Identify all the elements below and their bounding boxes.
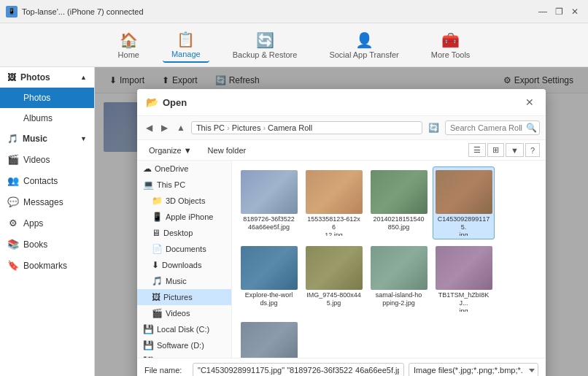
- toolbar-manage-label: Manage: [171, 50, 201, 58]
- tree-item-thispc[interactable]: 💻 This PC: [137, 177, 231, 193]
- tree-item-apple-iphone[interactable]: 📱 Apple iPhone: [137, 209, 231, 225]
- sidebar-item-photos[interactable]: Photos: [0, 88, 94, 108]
- breadcrumb[interactable]: This PC › Pictures › Camera Roll: [191, 121, 422, 134]
- file-item-9[interactable]: U8752P1194DT20...jpg: [238, 318, 300, 358]
- file-item-4[interactable]: C14530928991175.jpg: [433, 166, 495, 239]
- file-name-2: 1553358123-612x612.jpg: [306, 215, 361, 236]
- manage-icon: 📋: [177, 31, 195, 48]
- file-name-7: samal-island-hopping-2.jpg: [376, 291, 422, 307]
- toolbar-tools[interactable]: 🧰 More Tools: [422, 28, 479, 62]
- tree-item-documents[interactable]: 📄 Documents: [137, 241, 231, 257]
- sidebar-item-apps[interactable]: ⚙ Apps: [0, 212, 94, 234]
- tree-item-videos[interactable]: 🎬 Videos: [137, 305, 231, 321]
- sidebar: 🖼 Photos ▲ Photos Albums 🎵 Music ▼ 🎬 Vid…: [0, 67, 95, 376]
- toolbar-manage[interactable]: 📋 Manage: [163, 28, 209, 63]
- videos-icon: 🎬: [7, 154, 19, 165]
- sidebar-contacts-label: Contacts: [23, 176, 58, 186]
- refresh-path-button[interactable]: 🔄: [425, 121, 442, 134]
- file-item-3[interactable]: 20140218151540850.jpg: [368, 166, 430, 239]
- tree-label-thispc: This PC: [157, 180, 185, 189]
- titlebar-controls: — ❐ ✕: [535, 4, 582, 19]
- file-name-1: 8189726-36f352246a66ee5f.jpg: [243, 215, 295, 231]
- sidebar-item-videos[interactable]: 🎬 Videos: [0, 149, 94, 170]
- main-toolbar: 🏠 Home 📋 Manage 🔄 Backup & Restore 👤 Soc…: [0, 23, 588, 67]
- new-folder-button[interactable]: New folder: [202, 144, 252, 157]
- tree-item-downloads[interactable]: ⬇ Downloads: [137, 257, 231, 273]
- sidebar-photos-header[interactable]: 🖼 Photos ▲: [0, 67, 94, 88]
- chevron-up-icon: ▲: [80, 74, 87, 81]
- social-icon: 👤: [355, 31, 374, 49]
- sidebar-item-messages[interactable]: 💬 Messages: [0, 191, 94, 212]
- minimize-button[interactable]: —: [535, 4, 550, 19]
- toolbar-home[interactable]: 🏠 Home: [109, 28, 148, 62]
- sidebar-messages-label: Messages: [23, 197, 63, 207]
- chevron-right-icon: ▼: [80, 135, 87, 142]
- toolbar-social[interactable]: 👤 Social App Transfer: [320, 28, 407, 62]
- videos-folder-icon: 🎬: [152, 308, 163, 318]
- file-type-select[interactable]: Image files(*.jpg;*.png;*.bmp;*.: [409, 363, 538, 376]
- restore-button[interactable]: ❐: [552, 4, 566, 19]
- organize-button[interactable]: Organize ▼: [143, 144, 198, 157]
- file-item-7[interactable]: samal-island-hopping-2.jpg: [368, 242, 430, 315]
- sidebar-item-contacts[interactable]: 👥 Contacts: [0, 170, 94, 191]
- sidebar-albums-label: Albums: [23, 113, 53, 123]
- file-name-input[interactable]: [193, 363, 404, 376]
- sidebar-item-albums[interactable]: Albums: [0, 108, 94, 128]
- tree-label-music: Music: [166, 277, 187, 285]
- tree-item-onedrive[interactable]: ☁ OneDrive: [137, 161, 231, 177]
- tree-label-videos: Videos: [166, 309, 190, 318]
- tree-item-pictures[interactable]: 🖼 Pictures: [137, 289, 231, 305]
- breadcrumb-thispc: This PC: [196, 123, 225, 132]
- file-item-6[interactable]: IMG_9745-800x445.jpg: [303, 242, 365, 315]
- file-thumb-2: [306, 170, 363, 214]
- list-view-button[interactable]: ☰: [468, 143, 486, 157]
- titlebar-left: 📱 Top-lanse'... (iPhone 7) connected: [6, 6, 144, 18]
- breadcrumb-pictures: Pictures: [232, 123, 261, 132]
- file-item-2[interactable]: 1553358123-612x612.jpg: [303, 166, 365, 239]
- sidebar-photos-sub-label: Photos: [23, 93, 50, 103]
- tree-item-software-d[interactable]: 💾 Software (D:): [137, 337, 231, 353]
- up-button[interactable]: ▲: [174, 121, 188, 134]
- tree-label-pictures: Pictures: [163, 293, 193, 302]
- dialog-footer: File name: Image files(*.jpg;*.png;*.bmp…: [137, 358, 546, 376]
- file-name-4: C14530928991175.jpg: [436, 215, 491, 236]
- dialog-toolbar: Organize ▼ New folder ☰ ⊞ ▼ ?: [137, 140, 546, 161]
- sidebar-item-books[interactable]: 📚 Books: [0, 234, 94, 255]
- tree-item-3d-objects[interactable]: 📁 3D Objects: [137, 193, 231, 209]
- contacts-icon: 👥: [7, 175, 19, 186]
- dialog-close-button[interactable]: ✕: [522, 95, 537, 110]
- help-button[interactable]: ?: [525, 143, 540, 157]
- dialog-title: Open: [163, 97, 518, 108]
- back-button[interactable]: ◀: [143, 121, 155, 134]
- forward-button[interactable]: ▶: [158, 121, 171, 134]
- file-name-8: TB1TSM_hZbI8KJ...jpg: [436, 291, 491, 312]
- file-item-1[interactable]: 8189726-36f352246a66ee5f.jpg: [238, 166, 300, 239]
- search-input[interactable]: [450, 123, 523, 132]
- tree-label-downloads: Downloads: [162, 261, 201, 269]
- details-view-button[interactable]: ▼: [506, 143, 524, 157]
- tree-label-documents: Documents: [166, 245, 206, 253]
- file-name-label: File name:: [144, 366, 188, 375]
- sidebar-item-bookmarks[interactable]: 🔖 Bookmarks: [0, 255, 94, 276]
- tree-item-local-disk-c[interactable]: 💾 Local Disk (C:): [137, 321, 231, 337]
- photos-icon: 🖼: [7, 72, 16, 83]
- bookmarks-icon: 🔖: [7, 260, 19, 271]
- breadcrumb-sep1: ›: [227, 123, 230, 132]
- tree-label-software-d: Software (D:): [157, 341, 204, 350]
- file-name-6: IMG_9745-800x445.jpg: [306, 291, 361, 307]
- breadcrumb-camera-roll: Camera Roll: [268, 123, 312, 132]
- file-thumb-9: [241, 322, 298, 358]
- music-icon: 🎵: [7, 134, 18, 144]
- toolbar-backup[interactable]: 🔄 Backup & Restore: [224, 28, 306, 62]
- sidebar-music-header[interactable]: 🎵 Music ▼: [0, 128, 94, 149]
- messages-icon: 💬: [7, 196, 19, 207]
- file-item-8[interactable]: TB1TSM_hZbI8KJ...jpg: [433, 242, 495, 315]
- file-item-5[interactable]: Explore-the-worlds.jpg: [238, 242, 300, 315]
- file-name-5: Explore-the-worlds.jpg: [245, 291, 293, 307]
- tree-label-3d-objects: 3D Objects: [166, 196, 205, 205]
- close-button[interactable]: ✕: [568, 4, 582, 19]
- tree-item-music[interactable]: 🎵 Music: [137, 273, 231, 289]
- view-toggle: ☰ ⊞ ▼ ?: [468, 143, 540, 157]
- grid-view-button[interactable]: ⊞: [487, 143, 504, 157]
- tree-item-desktop[interactable]: 🖥 Desktop: [137, 225, 231, 241]
